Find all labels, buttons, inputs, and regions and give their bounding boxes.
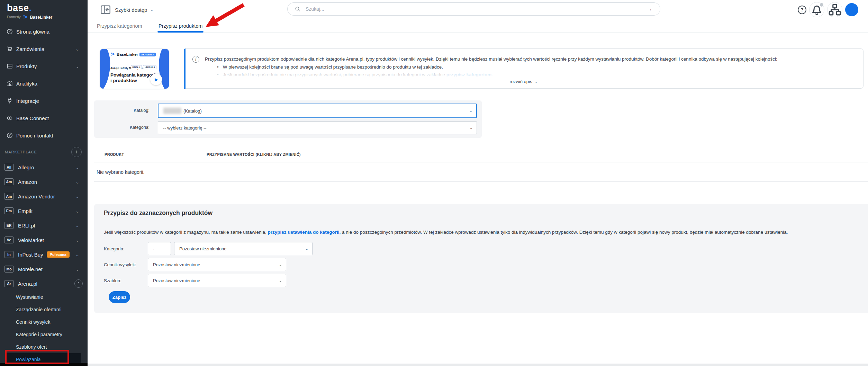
marketplace-badge: Ve [4, 236, 14, 243]
sidebar-item-amazon-vendor[interactable]: Am Amazon Vendor ⌄ [0, 189, 88, 204]
przypisz-ustawienia-link[interactable]: przypisz ustawienia do kategorii, [268, 230, 341, 235]
chevron-down-icon: ⌄ [469, 109, 472, 113]
collapse-sidebar-icon[interactable] [100, 4, 111, 16]
polecana-badge: Polecana [47, 251, 70, 258]
szablon-select[interactable]: Pozostaw niezmienione ⌄ [148, 274, 286, 287]
marketplace-badge: Ar [4, 280, 14, 287]
chevron-down-icon: ⌄ [75, 238, 79, 242]
plus-icon: + [75, 149, 78, 155]
sidebar-item-velomarket[interactable]: Ve VeloMarket ⌄ [0, 233, 88, 247]
tab-label: Przypisz kategoriom [97, 23, 142, 29]
app-logo[interactable]: base. [7, 3, 32, 14]
marketplace-badge: All [4, 164, 14, 171]
sidebar-item-produkty[interactable]: Produkty ⌄ [0, 57, 88, 75]
sidebar-item-morele[interactable]: Mo Morele.net ⌄ [0, 262, 88, 276]
assign-kategoria-select[interactable]: Pozostaw niezmienione ⌄ [174, 242, 313, 255]
chevron-down-icon: ⌄ [534, 79, 537, 84]
sidebar-item-integracje[interactable]: Integracje [0, 92, 88, 109]
help-button[interactable]: ? [798, 6, 806, 14]
baselinker-brand: BaseLinker [30, 15, 52, 20]
play-video-button[interactable]: ▶ [150, 73, 162, 85]
sidebar-item-arena[interactable]: Ar Arena.pl ⌄ [0, 276, 88, 291]
sitemap-icon [828, 2, 842, 17]
plug-icon [6, 97, 13, 104]
sidebar-item-pomoc[interactable]: Pomoc i kontakt [0, 127, 88, 144]
chevron-down-icon: ⌄ [279, 262, 282, 267]
academy-promo-card[interactable]: BaseLinker AKADEMIA Aukcje i oferty Mark… [100, 48, 169, 89]
submenu-label: Szablony ofert [16, 344, 47, 350]
connections-button[interactable] [827, 2, 842, 17]
cennik-select[interactable]: Pozostaw niezmienione ⌄ [148, 258, 286, 271]
chevron-down-icon: ⌄ [75, 165, 79, 170]
question-icon: ? [801, 7, 804, 12]
select-value: Pozostaw niezmienione [153, 278, 200, 283]
submenu-label: Wystawianie [16, 294, 43, 300]
marketplace-badge: ER [4, 222, 14, 229]
annotation-red-arrow [204, 2, 247, 32]
info-accent-stripe [184, 48, 186, 89]
kategoria-select[interactable]: -- wybierz kategorię -- ⌄ [158, 121, 477, 134]
chevron-down-icon: ⌄ [75, 180, 79, 184]
active-tab-underline [157, 31, 204, 33]
topbar-icons: ? [798, 2, 858, 18]
marketplace-title: MARKETPLACE [5, 150, 37, 154]
sidebar-item-empik[interactable]: Em Empik ⌄ [0, 204, 88, 218]
sidebar-item-strona-glowna[interactable]: Strona główna [0, 23, 88, 40]
tab-label: Przypisz produktom [159, 23, 202, 29]
logo-text: base [7, 3, 29, 13]
sidebar-item-zamowienia[interactable]: Zamówienia ⌄ [0, 40, 88, 57]
save-button[interactable]: Zapisz [109, 291, 130, 303]
katalog-select[interactable]: (Katalog) ⌄ [158, 104, 477, 118]
notifications-button[interactable] [809, 2, 824, 17]
kategoria-label: Kategoria: [94, 125, 150, 130]
submenu-item-zarzadzanie-ofertami[interactable]: Zarządzanie ofertami [0, 303, 88, 316]
quick-access-menu[interactable]: Szybki dostęp ⌄ [115, 0, 153, 19]
table-divider [94, 162, 868, 162]
promo-brand: BaseLinker [117, 52, 138, 56]
sidebar-item-allegro[interactable]: All Allegro ⌄ [0, 160, 88, 175]
marketplace-label: Amazon Vendor [18, 194, 55, 199]
sidebar-item-erli[interactable]: ER ERLI.pl ⌄ [0, 218, 88, 233]
tab-przypisz-produktom[interactable]: Przypisz produktom [159, 19, 202, 32]
baselinker-dots-icon [22, 15, 28, 20]
products-icon [6, 63, 13, 70]
dashboard-icon [6, 28, 13, 35]
marketplace-label: Allegro [18, 164, 34, 170]
assign-section-description: Jeśli większość produktów w kategorii z … [104, 229, 851, 236]
tab-przypisz-kategoriom[interactable]: Przypisz kategoriom [97, 19, 142, 32]
kategoria-mini-select[interactable]: - [148, 242, 171, 255]
sidebar-item-analityka[interactable]: Analityka [0, 75, 88, 92]
search-input[interactable] [306, 6, 647, 12]
add-marketplace-button[interactable]: + [71, 147, 82, 157]
promo-title: Powiązania kategorii i produktów [110, 72, 156, 83]
expand-description-button[interactable]: rozwiń opis ⌄ [509, 79, 537, 84]
collapse-section-button[interactable]: ⌄ [74, 279, 83, 288]
marketplace-badge: Am [4, 193, 14, 200]
sidebar-item-inpost-buy[interactable]: In InPost Buy Polecana ⌄ [0, 247, 88, 262]
sidebar: base. Formerly BaseLinker Strona główna … [0, 0, 88, 363]
submenu-label: Cenniki wysyłek [16, 319, 51, 325]
play-icon: ▶ [155, 77, 158, 82]
przypisz-kategoriom-link[interactable]: przypisz kategoriom [446, 72, 492, 77]
user-avatar[interactable] [845, 3, 858, 16]
marketplace-label: Arena.pl [18, 281, 37, 287]
marketplace-list: All Allegro ⌄ Am Amazon ⌄ Am Amazon Vend… [0, 160, 88, 291]
global-search[interactable]: → [287, 2, 660, 16]
sidebar-item-label: Strona główna [16, 29, 49, 35]
submenu-item-wystawianie[interactable]: Wystawianie [0, 291, 88, 303]
submenu-item-kategorie-i-parametry[interactable]: Kategorie i parametry [0, 328, 88, 341]
search-submit-arrow-icon[interactable]: → [647, 6, 652, 12]
expand-label: rozwiń opis [509, 79, 532, 84]
window-bottom-edge-main [88, 364, 868, 366]
chevron-down-icon: ⌄ [470, 126, 473, 130]
marketplace-label: Empik [18, 208, 33, 214]
column-header-produkt: PRODUKT [105, 152, 124, 157]
column-header-przypisane-wartosci: PRZYPISANE WARTOŚCI (KLIKNIJ ABY ZMIENIĆ… [207, 152, 301, 157]
notification-dot-badge [820, 3, 823, 7]
submenu-item-cenniki-wysylek[interactable]: Cenniki wysyłek [0, 316, 88, 328]
sidebar-item-amazon[interactable]: Am Amazon ⌄ [0, 175, 88, 189]
katalog-label: Katalog: [94, 108, 150, 113]
chevron-down-icon: ⌄ [305, 247, 308, 251]
annotation-red-rectangle [5, 350, 69, 364]
sidebar-item-base-connect[interactable]: Base Connect [0, 109, 88, 127]
